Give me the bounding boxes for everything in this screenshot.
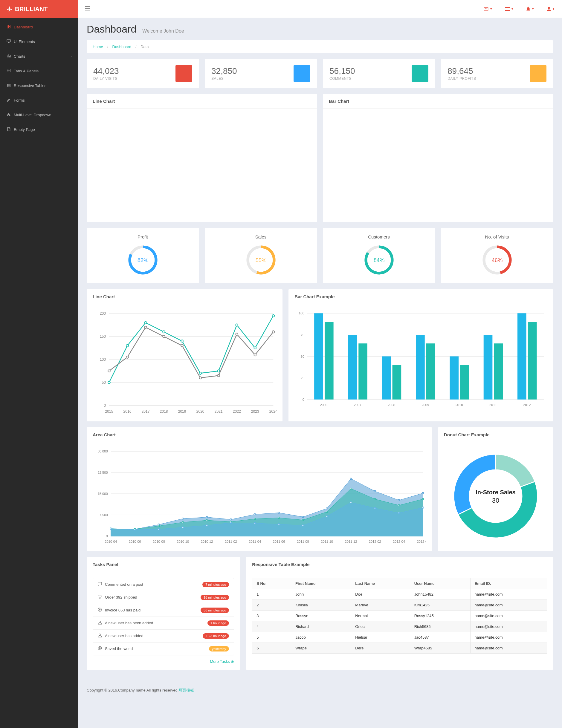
svg-text:2010: 2010: [456, 403, 463, 407]
panel-title: Area Chart: [87, 427, 432, 442]
task-item[interactable]: A new user has been added1 hour ago: [93, 617, 234, 630]
svg-text:100: 100: [299, 311, 304, 315]
page-header: Dashboard Welcome John Doe: [87, 23, 553, 35]
task-item[interactable]: $Invoice 653 has paid36 minutes ago: [93, 604, 234, 617]
task-item[interactable]: Saved the worldyesterday: [93, 643, 234, 655]
responsive-table: S No.First NameLast NameUser NameEmail I…: [252, 578, 547, 654]
more-tasks-link[interactable]: More Tasks ⊕: [210, 659, 234, 664]
stat-value: 32,850: [211, 66, 237, 76]
panel-table: Responsive Table Example S No.First Name…: [246, 557, 553, 670]
svg-point-133: [278, 517, 280, 519]
svg-point-147: [278, 523, 280, 525]
stat-eye: 44,023DAILY VISITS: [87, 59, 199, 88]
stat-label: SALES: [211, 77, 237, 81]
svg-rect-75: [393, 365, 401, 399]
svg-point-118: [254, 513, 256, 515]
breadcrumb-home[interactable]: Home: [93, 45, 103, 49]
svg-point-123: [374, 490, 376, 492]
svg-point-120: [302, 516, 304, 518]
stat-label: DAILY VISITS: [93, 77, 119, 81]
svg-point-148: [302, 524, 304, 526]
svg-text:2012-06: 2012-06: [417, 540, 426, 543]
breadcrumb: Home / Dashboard / Data: [87, 40, 553, 53]
sidebar-item-th-list[interactable]: Responsive Tables: [0, 78, 78, 93]
svg-text:55%: 55%: [255, 257, 266, 263]
svg-point-116: [206, 516, 208, 518]
svg-text:150: 150: [100, 334, 106, 339]
svg-point-117: [230, 519, 232, 520]
brand-text: BRILLIANT: [15, 6, 48, 13]
sitemap-icon: [7, 112, 14, 117]
svg-point-47: [108, 370, 110, 372]
topbar-user[interactable]: ▼: [547, 7, 555, 11]
brand-logo[interactable]: BRILLIANT: [0, 0, 78, 18]
svg-point-125: [422, 492, 424, 494]
sidebar-item-file[interactable]: Empty Page: [0, 122, 78, 137]
svg-rect-2: [505, 10, 510, 11]
svg-point-56: [272, 331, 274, 333]
sidebar-item-dashboard[interactable]: Dashboard: [0, 20, 78, 34]
stat-user: 89,645DAILY PROFITS: [441, 59, 553, 88]
svg-point-52: [199, 377, 201, 379]
svg-text:In-Store Sales: In-Store Sales: [476, 489, 515, 495]
dashboard-icon: [7, 25, 14, 30]
svg-text:0: 0: [303, 398, 304, 401]
task-badge: 16 minutes ago: [201, 595, 229, 600]
svg-text:2018: 2018: [160, 409, 168, 414]
svg-point-138: [398, 504, 400, 506]
svg-text:30,000: 30,000: [98, 449, 108, 453]
sidebar-item-desktop[interactable]: UI Elements: [0, 34, 78, 49]
breadcrumb-current: Data: [141, 45, 149, 49]
svg-point-145: [230, 522, 232, 524]
table-row: 6WrapelDereWrap4585name@site.com: [252, 643, 547, 653]
th-list-icon: [7, 83, 14, 88]
hamburger-icon[interactable]: [85, 6, 90, 11]
task-badge: yesterday: [209, 646, 229, 651]
task-item[interactable]: Commented on a post7 minutes ago: [93, 578, 234, 591]
svg-point-153: [422, 507, 424, 508]
dial-title: Profit: [93, 234, 193, 239]
breadcrumb-dash[interactable]: Dashboard: [112, 45, 132, 49]
task-item[interactable]: Order 392 shipped16 minutes ago: [93, 591, 234, 604]
sidebar-item-sitemap[interactable]: Multi-Level Dropdown‹: [0, 108, 78, 122]
svg-point-135: [326, 511, 328, 513]
svg-rect-74: [382, 357, 391, 400]
svg-rect-87: [528, 322, 537, 400]
svg-point-45: [254, 347, 256, 349]
task-badge: 1.23 hour ago: [203, 633, 229, 639]
svg-text:50: 50: [102, 380, 106, 385]
user-icon: [547, 7, 551, 11]
sidebar-item-label: Forms: [14, 98, 25, 103]
svg-point-144: [206, 524, 208, 526]
table-row: 5JacobHielsarJac4587name@site.com: [252, 632, 547, 643]
sidebar-item-table[interactable]: Tabs & Panels: [0, 64, 78, 78]
sidebar-item-bar-chart[interactable]: Charts‹: [0, 49, 78, 64]
bell-icon: [526, 7, 530, 11]
sidebar-item-label: UI Elements: [14, 39, 35, 44]
svg-text:2021: 2021: [215, 409, 223, 414]
svg-rect-78: [426, 343, 435, 399]
table-row: 3RossyeNermalRossy1245name@site.com: [252, 610, 547, 621]
comment-icon: [98, 582, 102, 587]
globe-icon: [98, 646, 102, 651]
topbar-mail[interactable]: ▼: [484, 7, 492, 11]
svg-point-43: [217, 370, 220, 372]
dial-customers: Customers84%: [323, 228, 435, 283]
svg-text:100: 100: [100, 357, 106, 362]
dial-title: No. of Visits: [447, 234, 547, 239]
task-badge: 1 hour ago: [207, 620, 229, 626]
list-icon: [505, 7, 510, 11]
footer-link[interactable]: 网页模板: [178, 688, 194, 692]
topbar-alerts[interactable]: ▼: [526, 7, 534, 11]
sidebar-item-label: Responsive Tables: [14, 83, 46, 88]
chevron-left-icon: ‹: [71, 55, 72, 58]
svg-text:7,500: 7,500: [100, 513, 108, 517]
svg-point-159: [99, 634, 101, 636]
svg-point-55: [254, 354, 256, 356]
sidebar-item-edit[interactable]: Forms: [0, 93, 78, 108]
svg-text:2011-06: 2011-06: [273, 540, 285, 543]
sidebar-item-label: Dashboard: [14, 25, 33, 29]
topbar-tasks[interactable]: ▼: [505, 7, 514, 11]
svg-point-39: [144, 322, 147, 324]
task-item[interactable]: A new user has added1.23 hour ago: [93, 630, 234, 643]
